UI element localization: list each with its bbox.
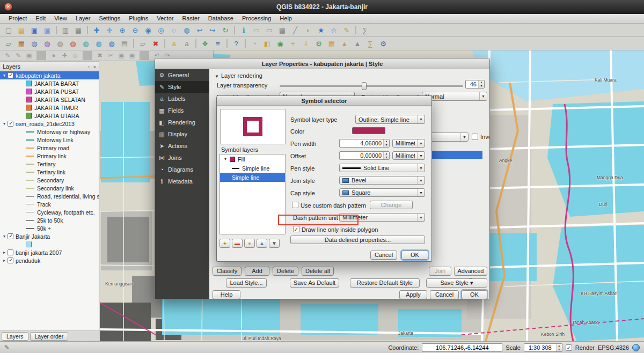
save-style-button[interactable]: Save Style ▾ — [426, 278, 487, 288]
add-vector-layer-icon[interactable]: ▱ — [3, 38, 14, 49]
cut-features-icon[interactable]: ✂ — [106, 51, 115, 60]
cancel-button[interactable]: Cancel — [430, 290, 459, 299]
help-button[interactable]: Help — [213, 290, 240, 299]
layer-tree-item[interactable]: Motorway or highway — [0, 128, 99, 136]
toolbar-separator[interactable] — [140, 51, 149, 60]
add-feature-icon[interactable]: ● — [49, 51, 58, 60]
symbol-tree-fill-row[interactable]: ▾ Fill — [220, 155, 285, 164]
add-symbol-layer-button[interactable]: + — [219, 239, 230, 248]
join-button[interactable]: Join — [429, 267, 451, 276]
expander-icon[interactable]: ▸ — [1, 258, 8, 263]
copy-features-icon[interactable]: ▣ — [116, 51, 126, 60]
expander-icon[interactable]: ▾ — [1, 121, 8, 126]
add-postgis-layer-icon[interactable]: ◍ — [28, 38, 40, 49]
toolbar-separator[interactable] — [133, 39, 134, 48]
menu-item[interactable]: Database — [204, 14, 238, 23]
zoom-out-icon[interactable]: ⊖ — [129, 24, 141, 36]
layer-tree-item[interactable] — [0, 240, 99, 248]
join-style-select[interactable]: Bevel ▼ — [339, 176, 425, 185]
toolbar-separator[interactable] — [234, 26, 235, 34]
panel-tab[interactable]: Layer order — [30, 332, 69, 341]
layer-rendering-group[interactable]: ▼Layer rendering — [215, 72, 262, 79]
layer-visibility-checkbox[interactable] — [8, 249, 13, 255]
raster-calculator-icon[interactable]: ▦ — [326, 38, 338, 49]
zoom-to-selection-icon[interactable]: ◌ — [168, 24, 180, 36]
transparency-slider-handle[interactable] — [362, 82, 367, 90]
zoom-to-layer-icon[interactable]: ◍ — [181, 24, 193, 36]
toggle-editing-icon[interactable]: ✎ — [13, 51, 23, 60]
toolbar-separator[interactable] — [87, 26, 88, 34]
menu-item[interactable]: Project — [4, 14, 31, 23]
panel-close-icon[interactable]: × — [93, 64, 96, 70]
statistics-icon[interactable]: ∑ — [364, 38, 376, 49]
symbol-tree-selected-row[interactable]: Simple line — [220, 173, 285, 182]
invert-checkbox[interactable] — [472, 134, 478, 140]
menu-item[interactable]: Vector — [152, 14, 178, 23]
layer-tree-item[interactable]: ▸ banjir jakarta 2007 — [0, 248, 99, 256]
color-button[interactable] — [352, 127, 385, 134]
style-manager-icon[interactable]: ◧ — [261, 38, 273, 49]
messages-globe-icon[interactable] — [632, 344, 640, 351]
tab-actions[interactable]: ➤ Actions — [155, 140, 209, 152]
scale-input[interactable]: 1:30 308 ▴▾ — [524, 343, 562, 352]
custom-dash-checkbox[interactable] — [292, 202, 298, 208]
remove-symbol-layer-button[interactable]: ▬ — [232, 239, 243, 248]
add-wcs-layer-icon[interactable]: ◍ — [93, 38, 105, 49]
ok-button[interactable]: OK — [462, 290, 487, 299]
layer-tree-item[interactable]: ▾ osm_roads_21dec2013 — [0, 120, 99, 128]
classify-button[interactable]: Classify — [213, 267, 241, 276]
layer-tree-item[interactable]: ▾ Banjir Jakarta — [0, 232, 99, 240]
expander-icon[interactable]: ▸ — [1, 250, 8, 255]
offset-unit-select[interactable]: Millimeter ▼ — [392, 151, 425, 160]
toolbar-separator[interactable] — [245, 39, 246, 48]
add-wfs-layer-icon[interactable]: ◍ — [106, 38, 118, 49]
symbol-tree-child-row[interactable]: Simple line — [220, 164, 285, 173]
help-contents-icon[interactable]: ? — [230, 38, 242, 49]
tab-diagrams[interactable]: ◔ Diagrams — [155, 164, 209, 175]
layer-visibility-checkbox[interactable] — [8, 258, 13, 263]
new-shapefile-icon[interactable]: ▱ — [137, 38, 149, 49]
layer-tree-item[interactable]: Primary link — [0, 152, 99, 160]
move-up-symbol-layer-button[interactable]: ▲ — [257, 239, 267, 248]
add-button[interactable]: Add — [245, 267, 269, 276]
tab-metadata[interactable]: ℹ Metadata — [155, 175, 209, 187]
measure-icon[interactable]: ╱ — [289, 24, 301, 36]
menu-item[interactable]: Edit — [31, 14, 50, 23]
layer-labeling-options-icon[interactable]: a — [181, 38, 193, 49]
layer-tree-item[interactable]: Track — [0, 200, 99, 208]
composer-manager-icon[interactable]: ▦ — [72, 24, 84, 36]
remove-layer-icon[interactable]: ✖ — [150, 38, 162, 49]
python-console-icon[interactable]: ≡ — [212, 38, 224, 49]
render-checkbox[interactable] — [566, 344, 572, 351]
layer-tree-item[interactable]: Tertiary — [0, 160, 99, 168]
delete-selected-icon[interactable]: ✖ — [95, 51, 105, 60]
new-bookmark-icon[interactable]: ★ — [315, 24, 327, 36]
menu-item[interactable]: Layer — [71, 14, 95, 23]
toolbar-separator[interactable] — [36, 51, 46, 60]
node-tool-icon[interactable]: ◇ — [70, 51, 80, 60]
open-project-icon[interactable]: ▤ — [16, 24, 27, 36]
layer-visibility-checkbox[interactable] — [8, 72, 13, 78]
tab-labels[interactable]: a Labels — [155, 93, 209, 105]
lock-symbol-layer-button[interactable]: ● — [244, 239, 255, 248]
layer-tree-item[interactable]: 25k to 50k — [0, 216, 99, 224]
spinner-arrows-icon[interactable]: ▴▾ — [556, 344, 562, 351]
grass-tools-icon[interactable]: ⚙ — [313, 38, 325, 49]
plugins-icon[interactable]: ❖ — [199, 38, 211, 49]
layer-visibility-checkbox[interactable] — [8, 233, 13, 239]
add-raster-layer-icon[interactable]: ▦ — [16, 38, 27, 49]
symbol-cancel-button[interactable]: Cancel — [370, 251, 397, 260]
tab-general[interactable]: ⚙ General — [155, 69, 209, 81]
layer-visibility-checkbox[interactable] — [8, 121, 13, 127]
layer-tree-item[interactable]: JAKARTA UTARA — [0, 112, 99, 120]
toolbar-separator[interactable] — [83, 51, 92, 60]
window-close-button[interactable] — [4, 3, 12, 11]
save-edits-icon[interactable]: ▣ — [24, 51, 34, 60]
menu-item[interactable]: Plugins — [125, 14, 152, 23]
spinner-arrows-icon[interactable]: ▴▾ — [383, 152, 389, 159]
zoom-last-icon[interactable]: ↩ — [194, 24, 206, 36]
layer-tree-item[interactable]: JAKARTA PUSAT — [0, 87, 99, 95]
layer-tree-item[interactable]: ▾ kabupaten jakarta — [0, 71, 99, 79]
cap-style-select[interactable]: Square ▼ — [339, 188, 425, 197]
show-bookmarks-icon[interactable]: ☆ — [328, 24, 340, 36]
